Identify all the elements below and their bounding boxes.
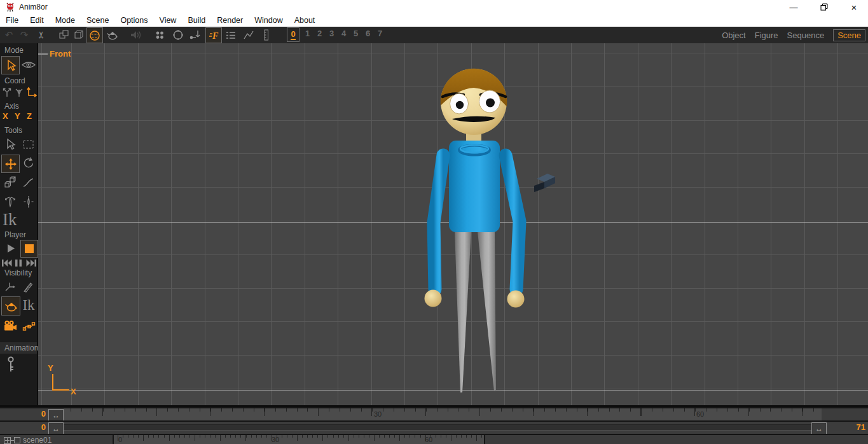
mode-select-button[interactable] [1, 56, 20, 74]
character-left-pupil [456, 101, 464, 109]
screen-axis-icon [26, 87, 38, 98]
track-list-button[interactable] [223, 27, 238, 42]
frame-button-5[interactable]: 5 [354, 29, 358, 38]
copy-button[interactable] [57, 27, 72, 42]
tool-bone-edit-button[interactable] [2, 174, 18, 191]
menu-view[interactable]: View [154, 14, 183, 27]
track2-right-handle[interactable]: ↔ [811, 422, 827, 434]
graph-editor-button[interactable] [241, 27, 256, 42]
menu-scene[interactable]: Scene [81, 14, 114, 27]
ruler-label-60: 60 [696, 410, 704, 418]
sound-button[interactable] [128, 27, 143, 42]
main-toolbar: ↶ ↷ ✂ F 0 1 2 3 4 5 [0, 27, 868, 43]
teapot-icon [4, 300, 18, 313]
coord-world-button[interactable] [1, 85, 13, 99]
show-axis-button[interactable] [2, 279, 18, 295]
play-button[interactable] [2, 240, 18, 256]
menu-options[interactable]: Options [114, 14, 153, 27]
character-left-arm[interactable] [434, 155, 443, 289]
scene-frame-ruler[interactable]: 0 30 60 [113, 435, 485, 444]
character-left-leg[interactable] [455, 232, 471, 392]
section-label-coord: Coord [4, 76, 25, 85]
frame-button-1[interactable]: 1 [305, 29, 310, 38]
tool-move-button[interactable] [1, 155, 20, 173]
scene-viewport[interactable]: Front [38, 43, 868, 405]
key-dots-button[interactable] [152, 27, 167, 42]
title-bar[interactable]: Anim8or — × [0, 0, 868, 14]
coord-object-button[interactable] [13, 85, 25, 99]
tool-rotate-button[interactable] [20, 155, 37, 171]
menu-mode[interactable]: Mode [50, 14, 81, 27]
end-frame-value: 71 [857, 422, 865, 432]
menu-build[interactable]: Build [182, 14, 211, 27]
menu-window[interactable]: Window [249, 14, 288, 27]
world-axis-icon [1, 87, 13, 98]
mode-tab-figure[interactable]: Figure [755, 31, 778, 40]
object-axis-icon [13, 87, 25, 98]
axis-x-button[interactable]: X [3, 111, 8, 121]
redo-button[interactable]: ↷ [17, 27, 32, 42]
frame-button-0[interactable]: 0 [287, 27, 300, 42]
character-figure[interactable] [425, 64, 525, 392]
character-left-hand[interactable] [425, 290, 442, 307]
frame-button-6[interactable]: 6 [366, 29, 370, 38]
mode-tab-object[interactable]: Object [722, 31, 746, 40]
frame-button-2[interactable]: 2 [317, 29, 322, 38]
character-right-leg[interactable] [478, 232, 496, 391]
show-paths-button[interactable] [20, 317, 38, 335]
prop-box[interactable] [534, 174, 555, 192]
menu-render[interactable]: Render [211, 14, 249, 27]
skip-start-button[interactable] [0, 257, 13, 268]
axis-z-button[interactable]: Z [27, 111, 32, 121]
track2-value: 0 [0, 422, 46, 432]
restore-button[interactable] [815, 0, 834, 14]
mode-view-button[interactable] [20, 56, 37, 73]
paste-button[interactable] [71, 27, 86, 42]
minimize-button[interactable]: — [784, 0, 803, 14]
animate-key-button[interactable] [4, 355, 18, 374]
frame-ruler[interactable]: 30 60 [64, 408, 822, 420]
speaker-icon [129, 29, 142, 41]
scale-ruler-button[interactable] [259, 27, 274, 42]
axis-y-button[interactable]: Y [15, 111, 20, 121]
timeline-scroll-track[interactable] [64, 423, 811, 433]
tool-drag-select-button[interactable] [20, 136, 37, 153]
sphere-select-button[interactable] [86, 27, 103, 43]
tool-curve-button[interactable] [20, 174, 37, 191]
scene-tree-item[interactable]: scene01 [0, 435, 108, 444]
tool-select-button[interactable] [2, 136, 18, 153]
mode-tab-sequence[interactable]: Sequence [787, 31, 825, 40]
track1-handle[interactable]: ↔ [48, 409, 64, 421]
skip-end-button[interactable] [25, 257, 38, 268]
restore-icon [820, 3, 828, 11]
drop-key-button[interactable] [188, 27, 203, 42]
character-right-arm[interactable] [506, 155, 520, 289]
tree-expand-icon[interactable] [4, 437, 11, 444]
cut-button[interactable]: ✂ [33, 27, 48, 42]
track2-left-handle[interactable]: ↔ [48, 422, 64, 434]
coord-screen-button[interactable] [25, 85, 38, 99]
pause-button[interactable] [13, 257, 24, 268]
show-ik-button[interactable]: Ik [20, 296, 37, 314]
menu-file[interactable]: File [0, 14, 24, 27]
mode-tab-scene[interactable]: Scene [833, 29, 865, 41]
show-camera-button[interactable] [1, 317, 19, 335]
render-preview-button[interactable] [104, 27, 120, 42]
frame-button-3[interactable]: 3 [329, 29, 334, 38]
fast-render-button[interactable]: F [205, 27, 222, 43]
tool-bone-rotate-button[interactable] [2, 193, 18, 210]
show-bones-button[interactable] [20, 279, 37, 295]
character-right-hand[interactable] [507, 291, 525, 308]
ring-icon [172, 29, 184, 41]
menu-edit[interactable]: Edit [24, 14, 50, 27]
move-cross-icon [4, 158, 17, 170]
tool-bone-move-button[interactable] [20, 193, 37, 210]
undo-button[interactable]: ↶ [1, 27, 17, 42]
menu-about[interactable]: About [289, 14, 321, 27]
frame-button-7[interactable]: 7 [378, 29, 382, 38]
close-button[interactable]: × [844, 0, 864, 14]
show-objects-button[interactable] [1, 296, 20, 316]
frame-button-4[interactable]: 4 [341, 29, 346, 38]
ring-button[interactable] [170, 27, 186, 42]
stop-button[interactable] [20, 240, 38, 258]
